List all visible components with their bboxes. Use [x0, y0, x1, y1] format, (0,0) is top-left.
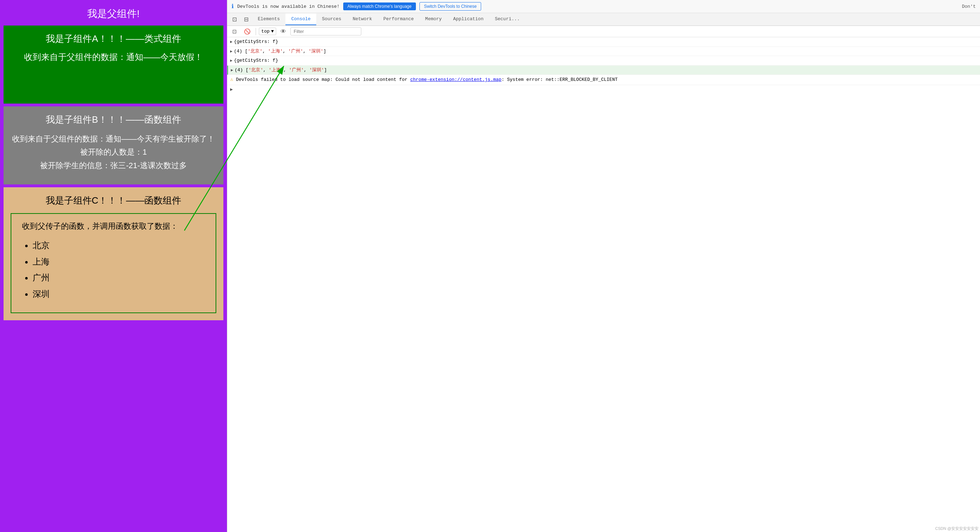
chevron-down-icon: ▼: [271, 29, 274, 34]
child-a-message: 收到来自于父组件的数据：通知——今天放假！: [11, 51, 216, 63]
expand-arrow-4[interactable]: ▶: [231, 67, 233, 73]
inspect-element-button[interactable]: ⊡: [229, 13, 240, 25]
city-list: 北京 上海 广州 深圳: [22, 237, 205, 302]
parent-title: 我是父组件!: [3, 3, 223, 23]
tab-application[interactable]: Application: [447, 13, 489, 25]
always-match-language-button[interactable]: Always match Chrome's language: [343, 3, 416, 10]
console-row-2: ▶ (4) ['北京', '上海', '广州', '深圳']: [227, 47, 980, 56]
city-item-shenzhen: 深圳: [33, 286, 205, 302]
dont-button[interactable]: Don't: [962, 4, 976, 9]
tab-network[interactable]: Network: [347, 13, 378, 25]
child-b-component: 我是子组件B！！！——函数组件 收到来自于父组件的数据：通知——今天有学生被开除…: [3, 107, 223, 185]
left-panel: 我是父组件! 我是子组件A！！！——类式组件 收到来自于父组件的数据：通知——今…: [0, 0, 227, 532]
child-b-line3: 被开除学生的信息：张三-21-逃课次数过多: [11, 159, 216, 172]
watermark: CSDN @安安安安安安安: [935, 526, 978, 531]
child-b-line2: 被开除的人数是：1: [11, 145, 216, 159]
tab-console[interactable]: Console: [285, 13, 316, 25]
child-b-title: 我是子组件B！！！——函数组件: [11, 113, 216, 126]
child-c-inner-title: 收到父传子的函数，并调用函数获取了数据：: [22, 221, 205, 232]
warning-link[interactable]: chrome-extension://content.js.map: [410, 77, 501, 82]
expand-arrow-1[interactable]: ▶: [230, 38, 232, 45]
expand-arrow-3[interactable]: ▶: [230, 57, 232, 64]
context-label: top: [261, 29, 269, 34]
console-warning-row: ⚠ DevTools failed to load source map: Co…: [227, 75, 980, 85]
tab-elements[interactable]: Elements: [252, 13, 285, 25]
console-row-4-highlighted: ▶ (4) ['北京', '上海', '广州', '深圳']: [227, 65, 980, 75]
console-prompt-row: ▶: [227, 85, 980, 94]
expand-arrow-2[interactable]: ▶: [230, 48, 232, 55]
tab-security[interactable]: Securi...: [489, 13, 525, 25]
info-icon: ℹ: [232, 3, 234, 10]
city-item-guangzhou: 广州: [33, 269, 205, 286]
child-a-title: 我是子组件A！！！——类式组件: [11, 33, 216, 45]
child-c-title: 我是子组件C！！！——函数组件: [11, 194, 216, 207]
child-b-message: 收到来自于父组件的数据：通知——今天有学生被开除了！ 被开除的人数是：1 被开除…: [11, 132, 216, 172]
tab-memory[interactable]: Memory: [420, 13, 447, 25]
sidebar-toggle-button[interactable]: ⊡: [230, 28, 239, 35]
devtools-panel: ℹ DevTools is now available in Chinese! …: [227, 0, 980, 532]
tab-sources[interactable]: Sources: [316, 13, 347, 25]
console-toolbar: ⊡ 🚫 top ▼ 👁: [227, 26, 980, 37]
console-output: ▶ {getCityStrs: f} ▶ (4) ['北京', '上海', '广…: [227, 37, 980, 532]
console-row-3: ▶ {getCityStrs: f}: [227, 56, 980, 65]
child-b-line1: 收到来自于父组件的数据：通知——今天有学生被开除了！: [11, 132, 216, 145]
child-c-inner-box: 收到父传子的函数，并调用函数获取了数据： 北京 上海 广州 深圳: [11, 213, 216, 313]
console-log-1: {getCityStrs: f}: [234, 38, 278, 45]
prompt-arrow[interactable]: ▶: [230, 86, 233, 92]
tab-performance[interactable]: Performance: [378, 13, 420, 25]
console-log-4: (4) ['北京', '上海', '广州', '深圳']: [235, 67, 327, 74]
city-item-shanghai: 上海: [33, 253, 205, 270]
child-c-component: 我是子组件C！！！——函数组件 收到父传子的函数，并调用函数获取了数据： 北京 …: [3, 187, 223, 320]
warning-text: DevTools failed to load source map: Coul…: [236, 76, 618, 83]
device-toggle-button[interactable]: ⊟: [240, 13, 252, 25]
console-log-3: {getCityStrs: f}: [234, 57, 278, 64]
console-row-1: ▶ {getCityStrs: f}: [227, 37, 980, 47]
toolbar-separator: [256, 28, 256, 35]
clear-console-button[interactable]: 🚫: [242, 28, 253, 35]
warning-icon: ⚠: [230, 76, 233, 82]
switch-to-chinese-button[interactable]: Switch DevTools to Chinese: [420, 2, 482, 11]
devtools-notification-bar: ℹ DevTools is now available in Chinese! …: [227, 0, 980, 13]
eye-button[interactable]: 👁: [279, 28, 288, 35]
context-selector[interactable]: top ▼: [259, 28, 276, 35]
city-item-beijing: 北京: [33, 237, 205, 253]
child-a-component: 我是子组件A！！！——类式组件 收到来自于父组件的数据：通知——今天放假！: [3, 25, 223, 104]
filter-input[interactable]: [290, 27, 361, 35]
console-log-2: (4) ['北京', '上海', '广州', '深圳']: [234, 48, 326, 55]
devtools-tabs: ⊡ ⊟ Elements Console Sources Network Per…: [227, 13, 980, 26]
notification-text: DevTools is now available in Chinese!: [237, 4, 340, 9]
